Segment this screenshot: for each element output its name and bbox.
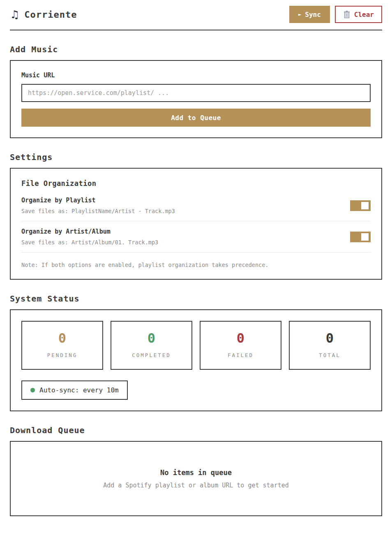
toggle-knob — [361, 202, 369, 209]
settings-note: Note: If both options are enabled, playl… — [21, 259, 371, 268]
sync-button[interactable]: ► Sync — [289, 6, 330, 23]
stat-card-completed: 0 COMPLETED — [111, 321, 192, 370]
trash-icon — [343, 10, 350, 19]
option-title: Organize by Playlist — [21, 197, 175, 204]
download-queue-card: No items in queue Add a Spotify playlist… — [10, 441, 382, 516]
option-row-organize-by-playlist: Organize by Playlist Save files as: Play… — [21, 197, 371, 221]
app-brand: ♫ Corriente — [10, 9, 77, 20]
app-page: ♫ Corriente ► Sync Clear A — [0, 0, 392, 528]
organize-by-playlist-toggle[interactable] — [350, 200, 371, 211]
system-status-section-title: System Status — [10, 294, 382, 304]
option-text: Organize by Artist/Album Save files as: … — [21, 228, 158, 246]
stat-label: FAILED — [204, 352, 277, 358]
option-description: Save files as: Artist/Album/01. Track.mp… — [21, 239, 158, 246]
sync-button-label: Sync — [305, 11, 321, 19]
music-url-label: Music URL — [21, 72, 371, 79]
system-status-card: 0 PENDING 0 COMPLETED 0 FAILED 0 TOTAL A… — [10, 309, 382, 411]
stat-label: TOTAL — [293, 352, 367, 358]
add-music-card: Music URL Add to Queue — [10, 60, 382, 138]
stat-label: COMPLETED — [115, 352, 188, 358]
stat-label: PENDING — [25, 352, 99, 358]
organize-by-artist-album-toggle[interactable] — [350, 232, 371, 242]
stat-card-total: 0 TOTAL — [289, 321, 371, 370]
app-header: ♫ Corriente ► Sync Clear — [10, 6, 382, 30]
option-row-organize-by-artist-album: Organize by Artist/Album Save files as: … — [21, 228, 371, 253]
music-url-input[interactable] — [21, 84, 371, 102]
auto-sync-label: Auto-sync: every 10m — [39, 386, 119, 394]
music-note-icon: ♫ — [10, 9, 19, 20]
settings-card: File Organization Organize by Playlist S… — [10, 168, 382, 280]
header-actions: ► Sync Clear — [289, 6, 382, 23]
status-dot-icon — [30, 388, 35, 392]
app-title: Corriente — [24, 9, 77, 20]
queue-empty-subtitle: Add a Spotify playlist or album URL to g… — [103, 482, 289, 489]
auto-sync-badge: Auto-sync: every 10m — [21, 380, 128, 400]
stat-card-failed: 0 FAILED — [200, 321, 281, 370]
option-text: Organize by Playlist Save files as: Play… — [21, 197, 175, 214]
play-icon: ► — [298, 12, 301, 17]
option-description: Save files as: PlaylistName/Artist - Tra… — [21, 208, 175, 214]
stat-value: 0 — [115, 332, 188, 345]
settings-section-title: Settings — [10, 152, 382, 162]
stat-value: 0 — [25, 332, 99, 345]
clear-button[interactable]: Clear — [335, 6, 382, 23]
download-queue-section-title: Download Queue — [10, 425, 382, 435]
toggle-knob — [361, 233, 369, 241]
option-title: Organize by Artist/Album — [21, 228, 158, 235]
stats-grid: 0 PENDING 0 COMPLETED 0 FAILED 0 TOTAL — [21, 321, 371, 370]
stat-card-pending: 0 PENDING — [21, 321, 103, 370]
stat-value: 0 — [204, 332, 277, 345]
file-organization-title: File Organization — [21, 179, 371, 188]
add-music-section-title: Add Music — [10, 44, 382, 54]
queue-empty-title: No items in queue — [160, 468, 232, 477]
stat-value: 0 — [293, 332, 367, 345]
add-to-queue-button[interactable]: Add to Queue — [21, 109, 371, 127]
clear-button-label: Clear — [354, 11, 374, 19]
